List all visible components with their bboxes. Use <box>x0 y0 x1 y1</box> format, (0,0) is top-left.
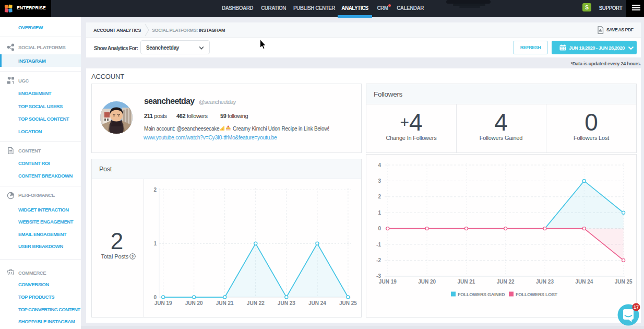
svg-text:17: 17 <box>634 304 639 310</box>
svg-text:JUN 25: JUN 25 <box>339 300 357 306</box>
svg-text:JUN 19: JUN 19 <box>379 279 397 285</box>
svg-text:-3: -3 <box>376 273 381 279</box>
svg-text:2: 2 <box>378 194 381 199</box>
svg-text:JUN 19: JUN 19 <box>154 300 172 306</box>
svg-text:-2: -2 <box>376 257 381 263</box>
svg-text:2: 2 <box>153 187 157 193</box>
svg-text:JUN 20: JUN 20 <box>418 279 436 285</box>
svg-text:1: 1 <box>378 210 381 216</box>
svg-text:4: 4 <box>378 162 381 168</box>
svg-text:0: 0 <box>153 295 157 300</box>
svg-text:FOLLOWERS GAINED: FOLLOWERS GAINED <box>458 292 505 297</box>
svg-text:3: 3 <box>378 178 381 184</box>
svg-text:JUN 22: JUN 22 <box>497 279 515 285</box>
svg-text:JUN 23: JUN 23 <box>536 279 554 285</box>
svg-text:JUN 24: JUN 24 <box>308 300 326 306</box>
svg-text:0: 0 <box>378 226 381 231</box>
svg-text:-1: -1 <box>376 242 381 248</box>
svg-text:JUN 21: JUN 21 <box>216 300 234 306</box>
svg-text:JUN 25: JUN 25 <box>615 279 633 285</box>
svg-text:JUN 20: JUN 20 <box>185 300 203 306</box>
svg-text:1: 1 <box>153 241 157 246</box>
svg-text:JUN 24: JUN 24 <box>575 279 593 285</box>
svg-text:FOLLOWERS LOST: FOLLOWERS LOST <box>516 292 558 297</box>
svg-text:JUN 23: JUN 23 <box>278 300 295 306</box>
svg-text:JUN 21: JUN 21 <box>457 279 475 285</box>
svg-text:JUN 22: JUN 22 <box>247 300 265 306</box>
